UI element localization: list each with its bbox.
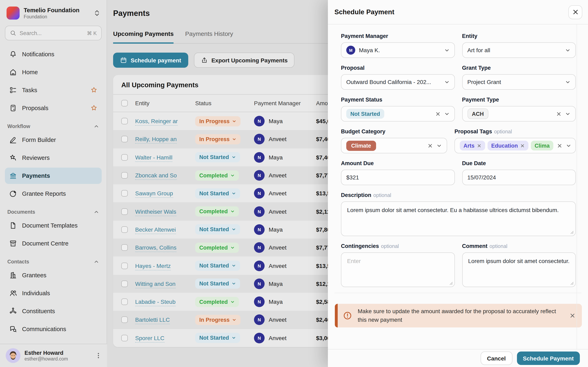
row-checkbox[interactable] — [121, 299, 128, 305]
favorite-star-icon[interactable] — [90, 86, 98, 94]
remove-tag-icon[interactable] — [477, 143, 481, 148]
workspace-switcher[interactable]: Temelio Foundation Foundation — [5, 6, 102, 20]
entity-link[interactable]: Zboncak and So — [135, 172, 177, 180]
status-pill-dropdown[interactable]: Completed — [195, 206, 239, 217]
remove-tag-icon[interactable] — [520, 143, 525, 148]
chevron-down-icon[interactable] — [444, 111, 449, 117]
tab-upcoming-payments[interactable]: Upcoming Payments — [113, 30, 174, 44]
budget-category-select[interactable]: Climate — [341, 138, 447, 153]
chevron-down-icon[interactable] — [565, 111, 571, 117]
tab-payments-history[interactable]: Payments History — [185, 30, 233, 43]
export-upcoming-payments-button[interactable]: Export Upcoming Payments — [194, 53, 294, 68]
status-pill-dropdown[interactable]: Not Started — [195, 225, 240, 235]
status-pill-dropdown[interactable]: In Progress — [195, 116, 241, 126]
clear-icon[interactable] — [557, 143, 562, 148]
due-date-input[interactable]: 15/07/2024 — [462, 170, 576, 185]
clear-icon[interactable] — [435, 111, 440, 117]
status-pill-dropdown[interactable]: Not Started — [195, 333, 240, 343]
sidebar-item-label: Document Templates — [22, 222, 78, 229]
select-all-checkbox[interactable] — [121, 100, 128, 106]
entity-link[interactable]: Sawayn Group — [135, 190, 173, 198]
resize-grip-icon[interactable] — [570, 281, 574, 285]
resize-grip-icon[interactable] — [449, 281, 453, 285]
sidebar-item-constituents[interactable]: Constituents — [5, 303, 102, 319]
schedule-payment-button[interactable]: Schedule payment — [113, 53, 188, 68]
status-pill-dropdown[interactable]: Not Started — [195, 188, 240, 199]
payment-status-select[interactable]: Not Started — [341, 106, 455, 122]
status-pill-dropdown[interactable]: In Progress — [195, 315, 241, 325]
sidebar-item-document-centre[interactable]: Document Centre — [5, 235, 102, 252]
chevron-down-icon[interactable] — [566, 143, 571, 148]
row-checkbox[interactable] — [121, 226, 128, 233]
sidebar-item-home[interactable]: Home — [5, 64, 102, 80]
row-checkbox[interactable] — [121, 317, 128, 323]
kebab-menu-icon[interactable] — [95, 352, 101, 359]
entity-link[interactable]: Wintheiser Wals — [135, 208, 176, 216]
row-checkbox[interactable] — [121, 208, 128, 215]
user-menu[interactable]: Esther Howard esther@howard.com — [0, 344, 107, 367]
status-pill-dropdown[interactable]: Completed — [195, 170, 239, 180]
section-workflow[interactable]: Workflow — [7, 124, 99, 129]
favorite-star-icon[interactable] — [90, 104, 98, 112]
proposal-select[interactable]: Outward Bound California - 202... — [341, 74, 455, 90]
sidebar-item-tasks[interactable]: Tasks — [5, 82, 102, 98]
row-checkbox[interactable] — [121, 172, 128, 179]
comment-textarea[interactable]: Lorem ipsum dolor sit amet consectetur. — [462, 252, 576, 287]
clear-icon[interactable] — [428, 143, 433, 148]
description-textarea[interactable]: Lorem ipsum dolor sit amet consectetur. … — [341, 201, 576, 236]
submit-schedule-payment-button[interactable]: Schedule Payment — [517, 351, 580, 365]
resize-grip-icon[interactable] — [570, 230, 574, 234]
row-checkbox[interactable] — [121, 136, 128, 142]
entity-link[interactable]: Labadie - Steub — [135, 299, 176, 306]
entity-link[interactable]: Walter - Hamill — [135, 154, 173, 162]
sidebar-item-grantee-reports[interactable]: Grantee Reports — [5, 185, 102, 202]
entity-select[interactable]: Art for all — [462, 42, 576, 58]
row-checkbox[interactable] — [121, 262, 128, 269]
entity-link[interactable]: Witting and Son — [135, 281, 176, 288]
sidebar-item-payments[interactable]: Payments — [5, 167, 102, 184]
row-checkbox[interactable] — [121, 281, 128, 287]
entity-link[interactable]: Bartoletti LLC — [135, 317, 170, 324]
amount-due-input[interactable]: $321 — [341, 170, 455, 185]
status-pill-dropdown[interactable]: Completed — [195, 297, 239, 307]
entity-link[interactable]: Becker Altenwei — [135, 226, 176, 234]
status-pill-dropdown[interactable]: Not Started — [195, 279, 240, 289]
dismiss-warning-icon[interactable] — [570, 313, 575, 318]
row-checkbox[interactable] — [121, 154, 128, 160]
section-documents[interactable]: Documents — [7, 209, 99, 215]
search-input[interactable]: Search... ⌘ K — [5, 26, 102, 40]
sidebar-item-communications[interactable]: Communications — [5, 321, 102, 337]
entity-link[interactable]: Hayes - Mertz — [135, 262, 171, 270]
sidebar-item-proposals[interactable]: Proposals — [5, 100, 102, 116]
status-pill-dropdown[interactable]: Completed — [195, 242, 239, 253]
cancel-button[interactable]: Cancel — [480, 351, 512, 365]
sidebar-item-notifications[interactable]: Notifications — [5, 46, 102, 62]
entity-link[interactable]: Koss, Reinger ar — [135, 118, 178, 125]
entity-link[interactable]: Sporer LLC — [135, 334, 164, 342]
close-button[interactable] — [568, 5, 582, 19]
contingencies-textarea[interactable]: Enter — [341, 252, 455, 287]
row-checkbox[interactable] — [121, 118, 128, 124]
sidebar-item-reviewers[interactable]: Reviewers — [5, 150, 102, 166]
drawer-scrollbar[interactable] — [577, 25, 577, 349]
status-pill-dropdown[interactable]: Not Started — [195, 261, 240, 271]
entity-link[interactable]: Barrows, Collins — [135, 244, 176, 252]
payment-manager-select[interactable]: M Maya K. — [341, 42, 455, 58]
entity-link[interactable]: Reilly, Hoppe an — [135, 136, 177, 144]
proposal-tags-select[interactable]: Arts Education Clima — [454, 138, 576, 153]
grant-type-select[interactable]: Project Grant — [462, 74, 576, 90]
payment-type-select[interactable]: ACH — [462, 106, 576, 122]
row-checkbox[interactable] — [121, 244, 128, 251]
sidebar-item-document-templates[interactable]: Document Templates — [5, 217, 102, 234]
status-pill-dropdown[interactable]: Not Started — [195, 152, 240, 162]
status-pill-dropdown[interactable]: In Progress — [195, 134, 241, 144]
chevron-down-icon[interactable] — [437, 143, 442, 148]
sidebar-item-grantees[interactable]: Grantees — [5, 267, 102, 284]
sidebar-item-form-builder[interactable]: Form Builder — [5, 132, 102, 148]
sidebar-item-individuals[interactable]: Individuals — [5, 285, 102, 301]
row-checkbox[interactable] — [121, 334, 128, 341]
clear-icon[interactable] — [556, 111, 562, 117]
warning-banner: Make sure to update the amount awarded f… — [335, 304, 582, 327]
row-checkbox[interactable] — [121, 190, 128, 197]
section-contacts[interactable]: Contacts — [7, 259, 99, 265]
